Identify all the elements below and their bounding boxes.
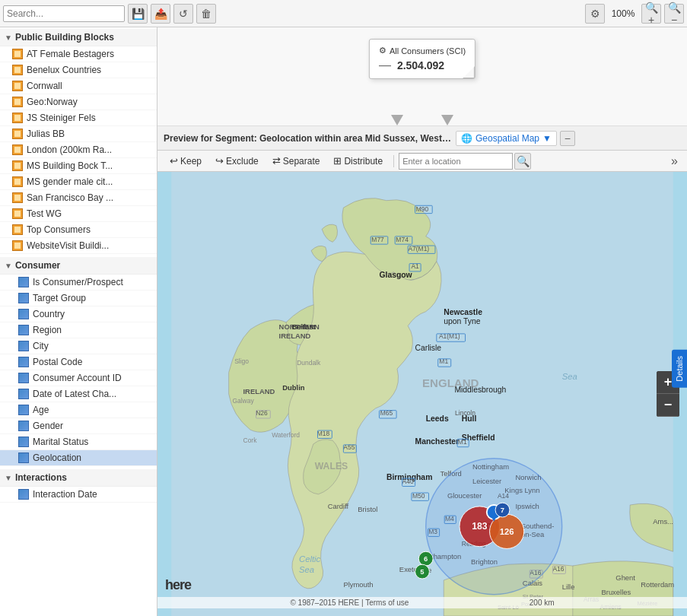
list-item[interactable]: Interaction Date (0, 487, 157, 503)
item-label: Gender (33, 421, 63, 431)
public-building-blocks-header[interactable]: ▼ Public Building Blocks (0, 29, 157, 46)
separate-icon: ⇄ (272, 155, 281, 167)
globe-icon: 🌐 (461, 133, 472, 144)
action-bar: ↩ Keep ↪ Exclude ⇄ Separate ⊞ Distribute… (157, 151, 687, 172)
exclude-button[interactable]: ↪ Exclude (209, 154, 265, 168)
item-label: Consumer Account ID (33, 373, 122, 383)
separate-label: Separate (283, 156, 320, 167)
consumer-label: Consumer (15, 260, 60, 271)
list-item[interactable]: Age (0, 402, 157, 418)
arrow-right (441, 115, 453, 125)
search-input[interactable] (3, 5, 125, 22)
card-minimize-button[interactable]: — (379, 59, 391, 72)
svg-text:Celtic: Celtic (299, 554, 321, 564)
svg-text:Plymouth: Plymouth (343, 580, 373, 589)
list-item[interactable]: Cornwall (0, 78, 157, 94)
building-block-icon (12, 208, 23, 219)
map-close-button[interactable]: − (560, 131, 575, 146)
item-label: Test WG (27, 208, 62, 219)
svg-text:Lille: Lille (562, 583, 575, 591)
expand-button[interactable]: » (668, 154, 681, 168)
separate-button[interactable]: ⇄ Separate (266, 154, 326, 168)
card-area: ⚙ All Consumers (SCI) — 2.504.092 (157, 27, 687, 126)
list-item[interactable]: Benelux Countries (0, 62, 157, 78)
list-item[interactable]: London (200km Ra... (0, 142, 157, 158)
svg-text:Waterford: Waterford (272, 431, 300, 439)
data-icon (18, 421, 29, 431)
data-icon (18, 489, 29, 500)
zoom-level-label: 100% (608, 8, 638, 19)
svg-text:Dublin: Dublin (282, 383, 305, 392)
svg-text:Sligo: Sligo (234, 357, 249, 365)
list-item[interactable]: City (0, 338, 157, 354)
zoom-controls: ⚙ 100% 🔍+ 🔍− (585, 4, 684, 24)
list-item[interactable]: WebsiteVisit Buildi... (0, 238, 157, 254)
map-zoom-out-button[interactable]: − (657, 394, 679, 417)
location-input[interactable] (399, 153, 513, 170)
zoom-out-button[interactable]: 🔍− (664, 4, 684, 24)
export-button[interactable]: 📤 (151, 4, 170, 24)
save-button[interactable]: 💾 (128, 4, 148, 24)
list-item[interactable]: AT Female Bestagers (0, 46, 157, 62)
list-item[interactable]: Julias BB (0, 126, 157, 142)
list-item[interactable]: Marital Status (0, 434, 157, 450)
distribute-button[interactable]: ⊞ Distribute (327, 154, 389, 168)
settings-button[interactable]: ⚙ (585, 4, 605, 24)
list-item[interactable]: Consumer Account ID (0, 370, 157, 386)
list-item[interactable]: JS Steiniger Fels (0, 110, 157, 126)
list-item[interactable]: Country (0, 306, 157, 322)
list-item[interactable]: Date of Latest Cha... (0, 386, 157, 402)
building-block-icon (12, 160, 23, 171)
svg-text:Rotterdam: Rotterdam (641, 580, 674, 589)
svg-text:Ghent: Ghent (615, 573, 635, 582)
item-label: Top Consumers (27, 224, 91, 235)
trash-button[interactable]: 🗑 (196, 4, 216, 24)
map-container: M90 M77 M74 A7(M1) A1 Glasgow Newcastle … (157, 172, 687, 616)
card-title: ⚙ All Consumers (SCI) (379, 46, 466, 56)
top-toolbar: 💾 📤 ↺ 🗑 ⚙ 100% 🔍+ 🔍− (0, 0, 687, 27)
svg-text:Glasgow: Glasgow (379, 271, 412, 279)
copyright-text: © 1987–2015 HERE | Terms of use (290, 599, 409, 607)
data-icon (18, 373, 29, 383)
list-item[interactable]: MS gender male cit... (0, 174, 157, 190)
item-label: London (200km Ra... (27, 144, 112, 155)
list-item[interactable]: Top Consumers (0, 222, 157, 238)
list-item[interactable]: San Francisco Bay ... (0, 190, 157, 206)
list-item[interactable]: Test WG (0, 206, 157, 222)
item-label: Country (33, 309, 65, 319)
list-item[interactable]: Region (0, 322, 157, 338)
details-tab[interactable]: Details (672, 350, 687, 388)
keep-button[interactable]: ↩ Keep (164, 154, 208, 168)
item-label: City (33, 341, 49, 351)
svg-text:IRELAND: IRELAND (243, 387, 275, 395)
item-label: AT Female Bestagers (27, 49, 114, 59)
list-item[interactable]: Geo:Norway (0, 94, 157, 110)
item-label: Geolocation (33, 452, 81, 463)
location-search-button[interactable]: 🔍 (514, 153, 531, 170)
building-block-icon (12, 113, 23, 123)
map-type-button[interactable]: 🌐 Geospatial Map ▼ (456, 131, 557, 146)
svg-text:Cork: Cork (243, 437, 258, 444)
list-item[interactable]: Gender (0, 418, 157, 434)
public-building-blocks-label: Public Building Blocks (15, 32, 114, 43)
interactions-header[interactable]: ▼ Interactions (0, 469, 157, 487)
svg-text:Ams...: Ams... (653, 517, 673, 526)
exclude-label: Exclude (226, 156, 259, 167)
list-item[interactable]: Is Consumer/Prospect (0, 275, 157, 291)
geolocation-item[interactable]: Geolocation (0, 450, 157, 466)
list-item[interactable]: Target Group (0, 291, 157, 306)
svg-text:Sea: Sea (562, 372, 577, 381)
svg-text:Cardiff: Cardiff (328, 502, 349, 510)
data-icon (18, 293, 29, 303)
building-block-icon (12, 81, 23, 91)
left-sidebar: ▼ Public Building Blocks AT Female Besta… (0, 27, 157, 616)
refresh-button[interactable]: ↺ (173, 4, 193, 24)
list-item[interactable]: Postal Code (0, 354, 157, 370)
zoom-in-button[interactable]: 🔍+ (641, 4, 661, 24)
list-item[interactable]: MS Building Bock T... (0, 158, 157, 174)
keep-icon: ↩ (170, 155, 178, 167)
item-label: MS gender male cit... (27, 176, 113, 187)
building-block-icon (12, 192, 23, 203)
svg-text:7: 7 (501, 506, 504, 514)
consumer-header[interactable]: ▼ Consumer (0, 257, 157, 275)
